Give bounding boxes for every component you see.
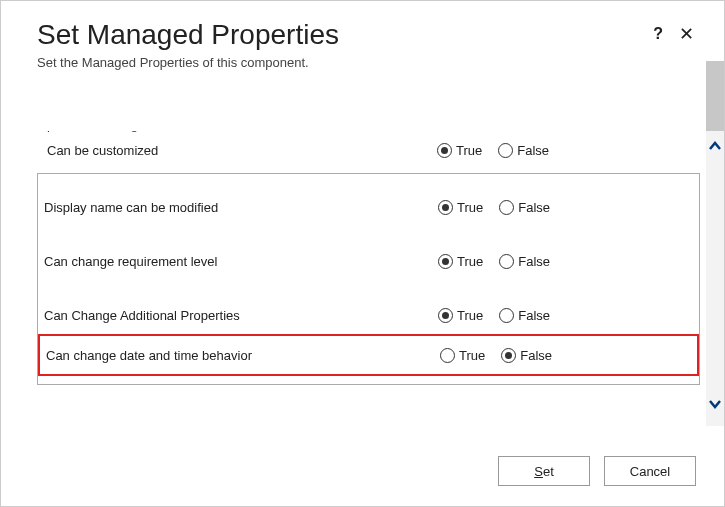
help-icon[interactable]: ?: [653, 25, 663, 43]
property-row: Can change date and time behavior True F…: [40, 338, 697, 372]
scrollbar-rail[interactable]: [706, 131, 724, 426]
radio-true[interactable]: True: [437, 143, 482, 158]
radio-false[interactable]: False: [501, 348, 552, 363]
dialog-subtitle: Set the Managed Properties of this compo…: [37, 55, 688, 70]
dialog-window: Set Managed Properties Set the Managed P…: [0, 0, 725, 507]
dialog-title: Set Managed Properties: [37, 19, 688, 51]
radio-false[interactable]: False: [498, 143, 549, 158]
radio-true-label: True: [457, 200, 483, 215]
radio-true[interactable]: True: [438, 308, 483, 323]
radio-false[interactable]: False: [499, 254, 550, 269]
set-button[interactable]: Set: [498, 456, 590, 486]
radio-true-label: True: [456, 143, 482, 158]
radio-group: True False: [438, 308, 550, 323]
dialog-body: part of a managed solution. Can be custo…: [37, 131, 700, 436]
radio-true-label: True: [459, 348, 485, 363]
radio-false-label: False: [517, 143, 549, 158]
highlighted-property: Can change date and time behavior True F…: [38, 334, 699, 376]
property-label: Display name can be modified: [44, 200, 438, 215]
radio-false[interactable]: False: [499, 200, 550, 215]
dialog-footer: Set Cancel: [498, 456, 696, 486]
property-label: Can change requirement level: [44, 254, 438, 269]
property-row: Can change requirement level True False: [38, 234, 699, 288]
property-row: Display name can be modified True False: [38, 180, 699, 234]
radio-false-label: False: [518, 200, 550, 215]
property-label: Can be customized: [47, 143, 437, 158]
scroll-up-arrow[interactable]: [708, 139, 722, 153]
radio-false[interactable]: False: [499, 308, 550, 323]
dialog-header: Set Managed Properties Set the Managed P…: [1, 1, 724, 80]
radio-group: True False: [437, 143, 549, 158]
scroll-down-arrow[interactable]: [708, 397, 722, 411]
close-icon[interactable]: ✕: [679, 25, 694, 43]
cancel-button[interactable]: Cancel: [604, 456, 696, 486]
header-controls: ? ✕: [653, 25, 694, 43]
radio-true-label: True: [457, 308, 483, 323]
property-label: Can change date and time behavior: [46, 348, 440, 363]
property-inner-box: Display name can be modified True False …: [37, 173, 700, 385]
property-row-customized: Can be customized True False: [37, 135, 700, 165]
radio-group: True False: [438, 200, 550, 215]
radio-true[interactable]: True: [438, 254, 483, 269]
radio-false-label: False: [518, 254, 550, 269]
radio-false-label: False: [518, 308, 550, 323]
radio-true[interactable]: True: [438, 200, 483, 215]
radio-group: True False: [438, 254, 550, 269]
radio-group: True False: [440, 348, 552, 363]
property-label: Can Change Additional Properties: [44, 308, 438, 323]
radio-false-label: False: [520, 348, 552, 363]
radio-true-label: True: [457, 254, 483, 269]
radio-true[interactable]: True: [440, 348, 485, 363]
scrollbar-thumb[interactable]: [706, 61, 724, 131]
